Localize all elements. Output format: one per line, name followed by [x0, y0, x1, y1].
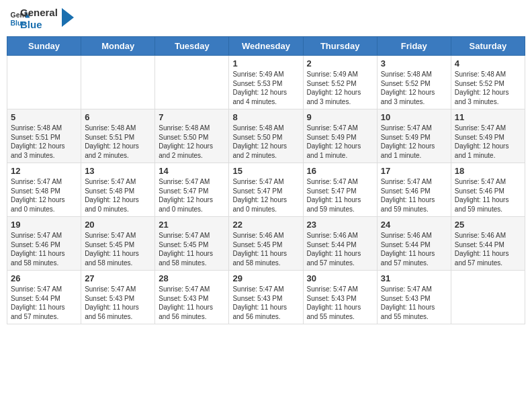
day-detail: Sunrise: 5:46 AM Sunset: 5:45 PM Dayligh… [232, 231, 299, 267]
day-detail: Sunrise: 5:47 AM Sunset: 5:46 PM Dayligh… [381, 177, 447, 214]
calendar-cell: 23Sunrise: 5:46 AM Sunset: 5:44 PM Dayli… [303, 217, 377, 271]
day-detail: Sunrise: 5:49 AM Sunset: 5:53 PM Dayligh… [232, 70, 299, 106]
day-header-wednesday: Wednesday [229, 37, 303, 56]
calendar-cell [451, 271, 525, 324]
calendar-cell: 21Sunrise: 5:47 AM Sunset: 5:45 PM Dayli… [155, 217, 229, 271]
day-detail: Sunrise: 5:49 AM Sunset: 5:52 PM Dayligh… [307, 70, 373, 106]
day-detail: Sunrise: 5:47 AM Sunset: 5:48 PM Dayligh… [85, 177, 151, 214]
calendar-cell: 16Sunrise: 5:47 AM Sunset: 5:47 PM Dayli… [303, 163, 377, 217]
day-detail: Sunrise: 5:47 AM Sunset: 5:48 PM Dayligh… [11, 177, 77, 214]
day-number: 5 [11, 112, 77, 122]
day-number: 6 [85, 112, 151, 122]
page-header: General Blue General Blue [7, 7, 525, 31]
calendar-cell: 31Sunrise: 5:47 AM Sunset: 5:43 PM Dayli… [377, 271, 451, 324]
day-number: 11 [455, 112, 521, 122]
day-number: 14 [159, 166, 225, 176]
calendar-cell [81, 56, 155, 109]
day-header-tuesday: Tuesday [155, 37, 229, 56]
day-number: 15 [232, 166, 299, 176]
calendar-cell: 24Sunrise: 5:46 AM Sunset: 5:44 PM Dayli… [377, 217, 451, 271]
calendar-cell: 27Sunrise: 5:47 AM Sunset: 5:43 PM Dayli… [81, 271, 155, 324]
day-number: 9 [307, 112, 373, 122]
day-detail: Sunrise: 5:46 AM Sunset: 5:44 PM Dayligh… [307, 231, 373, 267]
day-detail: Sunrise: 5:47 AM Sunset: 5:45 PM Dayligh… [159, 231, 225, 267]
day-number: 4 [455, 58, 521, 68]
day-detail: Sunrise: 5:47 AM Sunset: 5:47 PM Dayligh… [159, 177, 225, 214]
calendar-cell [7, 56, 81, 109]
day-detail: Sunrise: 5:48 AM Sunset: 5:52 PM Dayligh… [381, 70, 447, 106]
days-of-week-row: SundayMondayTuesdayWednesdayThursdayFrid… [7, 37, 525, 56]
calendar-cell: 6Sunrise: 5:48 AM Sunset: 5:51 PM Daylig… [81, 109, 155, 163]
calendar-cell: 8Sunrise: 5:48 AM Sunset: 5:50 PM Daylig… [229, 109, 303, 163]
day-detail: Sunrise: 5:47 AM Sunset: 5:45 PM Dayligh… [85, 231, 151, 267]
day-header-thursday: Thursday [303, 37, 377, 56]
day-number: 7 [159, 112, 225, 122]
logo: General Blue General Blue [9, 7, 74, 31]
calendar-cell: 29Sunrise: 5:47 AM Sunset: 5:43 PM Dayli… [229, 271, 303, 324]
calendar-cell: 10Sunrise: 5:47 AM Sunset: 5:49 PM Dayli… [377, 109, 451, 163]
day-header-saturday: Saturday [451, 37, 525, 56]
day-number: 22 [232, 220, 299, 230]
week-row-0: 1Sunrise: 5:49 AM Sunset: 5:53 PM Daylig… [7, 56, 525, 109]
day-detail: Sunrise: 5:47 AM Sunset: 5:49 PM Dayligh… [381, 124, 447, 160]
calendar-cell: 15Sunrise: 5:47 AM Sunset: 5:47 PM Dayli… [229, 163, 303, 217]
day-detail: Sunrise: 5:47 AM Sunset: 5:47 PM Dayligh… [232, 177, 299, 214]
day-number: 23 [307, 220, 373, 230]
calendar-cell: 7Sunrise: 5:48 AM Sunset: 5:50 PM Daylig… [155, 109, 229, 163]
week-row-4: 26Sunrise: 5:47 AM Sunset: 5:44 PM Dayli… [7, 271, 525, 324]
calendar-cell: 11Sunrise: 5:47 AM Sunset: 5:49 PM Dayli… [451, 109, 525, 163]
day-number: 16 [307, 166, 373, 176]
calendar-cell [155, 56, 229, 109]
day-number: 26 [11, 273, 77, 283]
day-detail: Sunrise: 5:47 AM Sunset: 5:46 PM Dayligh… [11, 231, 77, 267]
logo-blue: Blue [20, 19, 58, 31]
day-number: 29 [232, 273, 299, 283]
calendar-cell: 4Sunrise: 5:48 AM Sunset: 5:52 PM Daylig… [451, 56, 525, 109]
day-number: 28 [159, 273, 225, 283]
day-detail: Sunrise: 5:48 AM Sunset: 5:51 PM Dayligh… [11, 124, 77, 160]
day-detail: Sunrise: 5:48 AM Sunset: 5:51 PM Dayligh… [85, 124, 151, 160]
calendar-header: SundayMondayTuesdayWednesdayThursdayFrid… [7, 37, 525, 56]
week-row-2: 12Sunrise: 5:47 AM Sunset: 5:48 PM Dayli… [7, 163, 525, 217]
day-header-monday: Monday [81, 37, 155, 56]
day-detail: Sunrise: 5:47 AM Sunset: 5:46 PM Dayligh… [455, 177, 521, 214]
day-number: 25 [455, 220, 521, 230]
calendar-cell: 12Sunrise: 5:47 AM Sunset: 5:48 PM Dayli… [7, 163, 81, 217]
day-number: 30 [307, 273, 373, 283]
day-number: 17 [381, 166, 447, 176]
calendar-cell: 25Sunrise: 5:46 AM Sunset: 5:44 PM Dayli… [451, 217, 525, 271]
calendar-table: SundayMondayTuesdayWednesdayThursdayFrid… [7, 36, 525, 324]
day-number: 2 [307, 58, 373, 68]
calendar-cell: 28Sunrise: 5:47 AM Sunset: 5:43 PM Dayli… [155, 271, 229, 324]
day-number: 8 [232, 112, 299, 122]
day-number: 12 [11, 166, 77, 176]
day-detail: Sunrise: 5:46 AM Sunset: 5:44 PM Dayligh… [381, 231, 447, 267]
logo-general: General [20, 7, 58, 19]
day-detail: Sunrise: 5:48 AM Sunset: 5:50 PM Dayligh… [232, 124, 299, 160]
calendar-cell: 17Sunrise: 5:47 AM Sunset: 5:46 PM Dayli… [377, 163, 451, 217]
day-header-sunday: Sunday [7, 37, 81, 56]
calendar-cell: 26Sunrise: 5:47 AM Sunset: 5:44 PM Dayli… [7, 271, 81, 324]
day-number: 1 [232, 58, 299, 68]
calendar-cell: 20Sunrise: 5:47 AM Sunset: 5:45 PM Dayli… [81, 217, 155, 271]
calendar-cell: 9Sunrise: 5:47 AM Sunset: 5:49 PM Daylig… [303, 109, 377, 163]
calendar-cell: 13Sunrise: 5:47 AM Sunset: 5:48 PM Dayli… [81, 163, 155, 217]
day-header-friday: Friday [377, 37, 451, 56]
svg-marker-3 [62, 8, 74, 27]
day-number: 18 [455, 166, 521, 176]
logo-arrow-icon [62, 8, 74, 27]
day-number: 20 [85, 220, 151, 230]
day-detail: Sunrise: 5:47 AM Sunset: 5:49 PM Dayligh… [307, 124, 373, 160]
calendar-cell: 5Sunrise: 5:48 AM Sunset: 5:51 PM Daylig… [7, 109, 81, 163]
day-detail: Sunrise: 5:47 AM Sunset: 5:43 PM Dayligh… [232, 285, 299, 321]
calendar-cell: 30Sunrise: 5:47 AM Sunset: 5:43 PM Dayli… [303, 271, 377, 324]
day-detail: Sunrise: 5:47 AM Sunset: 5:43 PM Dayligh… [307, 285, 373, 321]
day-number: 3 [381, 58, 447, 68]
day-number: 27 [85, 273, 151, 283]
calendar-cell: 18Sunrise: 5:47 AM Sunset: 5:46 PM Dayli… [451, 163, 525, 217]
calendar-cell: 14Sunrise: 5:47 AM Sunset: 5:47 PM Dayli… [155, 163, 229, 217]
day-number: 31 [381, 273, 447, 283]
calendar-cell: 3Sunrise: 5:48 AM Sunset: 5:52 PM Daylig… [377, 56, 451, 109]
day-detail: Sunrise: 5:47 AM Sunset: 5:43 PM Dayligh… [159, 285, 225, 321]
day-detail: Sunrise: 5:47 AM Sunset: 5:47 PM Dayligh… [307, 177, 373, 214]
